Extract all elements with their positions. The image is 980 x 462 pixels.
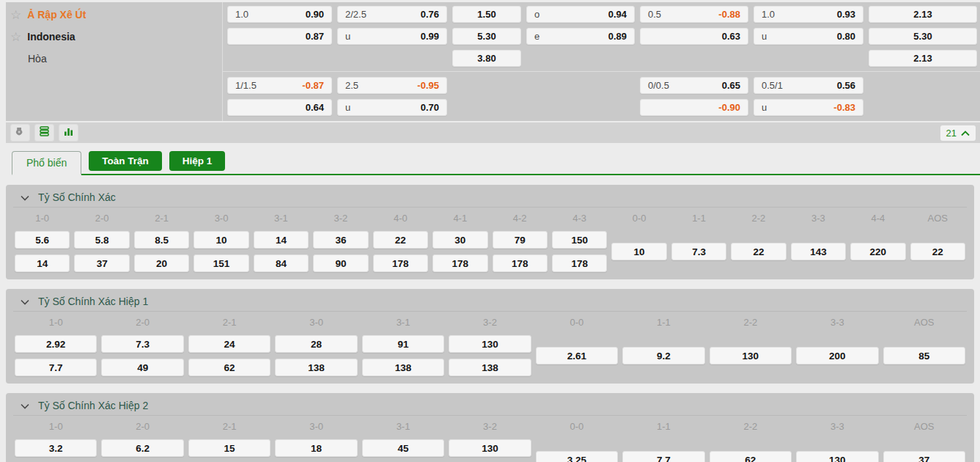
score-odds-cell[interactable]: 220 bbox=[850, 243, 905, 260]
score-odds-cell[interactable]: 7.3 bbox=[671, 243, 726, 260]
odds-cell[interactable]: 0.63 bbox=[640, 28, 748, 45]
odds-cell[interactable]: -0.90 bbox=[640, 99, 748, 116]
favorite-star-icon[interactable]: ☆ bbox=[10, 31, 21, 43]
score-odds-cell[interactable]: 22 bbox=[731, 243, 786, 260]
score-odds-cell[interactable]: 14 bbox=[15, 254, 70, 272]
odds-cell[interactable]: 0.5/10.56 bbox=[754, 77, 863, 94]
score-odds-cell[interactable]: 30 bbox=[432, 231, 487, 249]
whistle-button[interactable] bbox=[10, 124, 30, 142]
odds-value: 0.76 bbox=[421, 9, 439, 20]
score-odds-cell[interactable]: 37 bbox=[74, 254, 129, 272]
odds-cell[interactable]: u-0.83 bbox=[754, 99, 863, 116]
odds-value: 5.30 bbox=[913, 31, 932, 42]
score-odds-cell[interactable]: 138 bbox=[362, 359, 444, 376]
section-header[interactable]: Tỷ Số Chính Xác Hiệp 2 bbox=[13, 396, 967, 416]
odds-cell[interactable]: 1.00.93 bbox=[754, 6, 863, 23]
score-odds-cell[interactable]: 7.7 bbox=[15, 359, 97, 376]
score-odds-cell[interactable]: 178 bbox=[493, 254, 548, 272]
score-odds-cell[interactable]: 22 bbox=[910, 243, 965, 260]
score-odds-cell[interactable]: 9.2 bbox=[622, 347, 704, 364]
score-odds-cell[interactable]: 18 bbox=[275, 439, 357, 457]
odds-line-label: 0.5/1 bbox=[762, 80, 783, 91]
score-odds-cell[interactable]: 79 bbox=[493, 231, 548, 249]
odds-cell[interactable]: 2/2.50.76 bbox=[337, 6, 447, 23]
odds-cell[interactable]: 3.80 bbox=[452, 50, 521, 67]
odds-cell[interactable]: 0.5-0.88 bbox=[640, 6, 748, 23]
score-odds-cell[interactable]: 36 bbox=[313, 231, 368, 249]
tab-pho-bien[interactable]: Phổ biến bbox=[12, 151, 81, 175]
odds-cell[interactable]: 1/1.5-0.87 bbox=[227, 77, 332, 94]
score-odds-cell[interactable]: 37 bbox=[883, 451, 965, 462]
layers-button[interactable] bbox=[34, 124, 54, 142]
score-odds-cell[interactable]: 8.5 bbox=[134, 231, 189, 249]
home-team-row: ☆ Ả Rập Xê Út bbox=[10, 7, 86, 22]
odds-cell[interactable]: 0.64 bbox=[227, 99, 332, 116]
score-odds-cell[interactable]: 85 bbox=[883, 347, 965, 364]
score-odds-cell[interactable]: 84 bbox=[254, 254, 309, 272]
score-odds-cell[interactable]: 90 bbox=[313, 254, 368, 272]
tab-label: Phổ biến bbox=[26, 157, 67, 169]
score-odds-cell[interactable]: 3.25 bbox=[536, 451, 618, 462]
score-odds-cell[interactable]: 3.2 bbox=[15, 439, 97, 457]
score-odds-cell[interactable]: 178 bbox=[552, 254, 607, 272]
odds-cell[interactable]: o0.94 bbox=[526, 6, 635, 23]
odds-value: 1.50 bbox=[477, 9, 495, 20]
score-odds-cell[interactable]: 5.6 bbox=[15, 231, 70, 249]
tab-toan-tran[interactable]: Toàn Trận bbox=[89, 151, 162, 171]
bar-chart-button[interactable] bbox=[59, 124, 78, 142]
odds-cell[interactable]: 5.30 bbox=[869, 28, 977, 45]
odds-cell[interactable]: 2.13 bbox=[869, 50, 977, 67]
score-odds-cell[interactable]: 10 bbox=[611, 243, 666, 260]
score-odds-cell[interactable]: 138 bbox=[449, 359, 531, 376]
favorite-star-icon[interactable]: ☆ bbox=[10, 9, 21, 21]
score-odds-cell[interactable]: 130 bbox=[796, 451, 878, 462]
score-odds-cell[interactable]: 5.8 bbox=[74, 231, 129, 249]
score-odds-cell[interactable]: 14 bbox=[254, 231, 309, 249]
odds-cell[interactable]: 1.50 bbox=[452, 6, 521, 23]
score-odds-cell[interactable]: 15 bbox=[188, 439, 270, 457]
score-odds-cell[interactable]: 22 bbox=[373, 231, 428, 249]
score-odds-cell[interactable]: 151 bbox=[194, 254, 248, 272]
odds-cell[interactable]: u0.70 bbox=[337, 99, 447, 116]
score-odds-cell[interactable]: 7.3 bbox=[101, 335, 183, 353]
score-odds-cell[interactable]: 178 bbox=[373, 254, 428, 272]
score-odds-cell[interactable]: 24 bbox=[188, 335, 270, 353]
score-odds-cell[interactable]: 62 bbox=[710, 451, 792, 462]
odds-cell[interactable]: u0.99 bbox=[337, 28, 447, 45]
score-odds-cell[interactable]: 10 bbox=[194, 231, 248, 249]
score-odds-cell[interactable]: 6.2 bbox=[101, 439, 183, 457]
score-odds-cell[interactable]: 138 bbox=[275, 359, 357, 376]
score-odds-cell[interactable]: 130 bbox=[449, 439, 531, 457]
odds-cell[interactable]: 5.30 bbox=[452, 28, 521, 45]
score-odds-cell[interactable]: 2.92 bbox=[15, 335, 97, 353]
score-odds-cell[interactable]: 130 bbox=[710, 347, 792, 364]
score-odds-cell[interactable]: 62 bbox=[188, 359, 270, 376]
odds-value: -0.83 bbox=[833, 102, 855, 113]
score-odds-cell[interactable]: 49 bbox=[101, 359, 183, 376]
odds-cell[interactable]: u0.80 bbox=[754, 28, 863, 45]
score-odds-cell[interactable]: 2.61 bbox=[536, 347, 618, 364]
score-column-header: 2-1 bbox=[134, 210, 189, 225]
score-odds-cell[interactable]: 20 bbox=[134, 254, 189, 272]
score-column-header: 4-1 bbox=[432, 210, 487, 225]
score-odds-cell[interactable]: 7.7 bbox=[622, 451, 704, 462]
odds-cell[interactable]: 1.00.90 bbox=[227, 6, 332, 23]
score-column-header: 3-3 bbox=[796, 315, 878, 329]
section-header[interactable]: Tỷ Số Chính Xác bbox=[13, 188, 967, 208]
odds-cell[interactable]: 0/0.50.65 bbox=[640, 77, 748, 94]
section-header[interactable]: Tỷ Số Chính Xác Hiệp 1 bbox=[13, 292, 967, 312]
score-odds-cell[interactable]: 200 bbox=[796, 347, 878, 364]
score-odds-cell[interactable]: 178 bbox=[432, 254, 487, 272]
score-odds-cell[interactable]: 28 bbox=[275, 335, 357, 353]
odds-cell[interactable]: e0.89 bbox=[526, 28, 635, 45]
odds-cell[interactable]: 2.13 bbox=[869, 6, 977, 23]
score-odds-cell[interactable]: 91 bbox=[362, 335, 444, 353]
tab-hiep-1[interactable]: Hiệp 1 bbox=[169, 151, 226, 171]
odds-cell[interactable]: 2.5-0.95 bbox=[337, 77, 447, 94]
odds-cell[interactable]: 0.87 bbox=[227, 28, 332, 45]
score-odds-cell[interactable]: 150 bbox=[552, 231, 607, 249]
score-odds-cell[interactable]: 130 bbox=[449, 335, 531, 353]
market-count-collapse-button[interactable]: 21 bbox=[940, 125, 976, 141]
score-odds-cell[interactable]: 45 bbox=[362, 439, 444, 457]
score-odds-cell[interactable]: 143 bbox=[791, 243, 846, 260]
